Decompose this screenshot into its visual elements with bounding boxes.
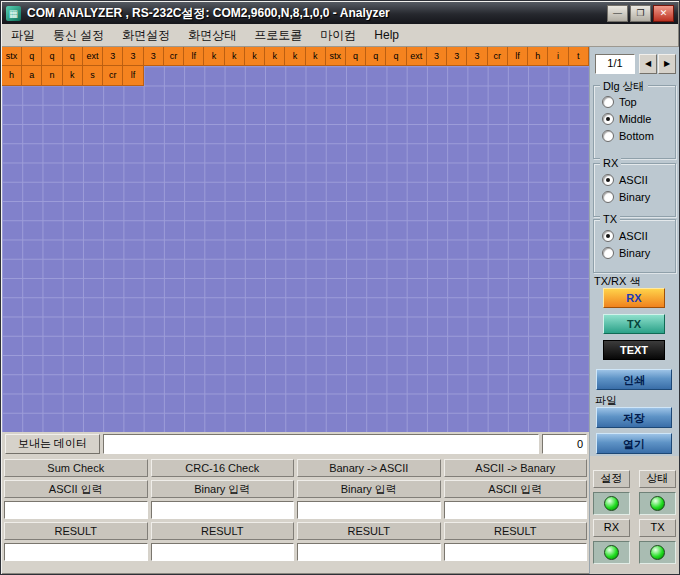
green-led-icon — [650, 545, 665, 560]
data-cell[interactable]: q — [346, 47, 366, 66]
data-cell[interactable]: ext — [407, 47, 427, 66]
grid-area[interactable]: stxqqqext333crlfkkkkkkstxqqqext333crlfhi… — [2, 47, 589, 432]
menu-item[interactable]: 프로토콜 — [245, 24, 311, 47]
rx-color-button[interactable]: RX — [603, 288, 665, 308]
send-data-button[interactable]: 보내는 데이터 — [5, 434, 100, 454]
radio-option-label: ASCII — [619, 174, 648, 186]
check-input-field[interactable] — [4, 501, 148, 519]
data-cell[interactable]: a — [22, 66, 42, 85]
radio-option[interactable]: Binary — [602, 190, 671, 203]
data-cell[interactable]: q — [386, 47, 406, 66]
title-bar[interactable]: ▦ COM ANALYZER , RS-232C설정: COM2,9600,N,… — [2, 2, 678, 24]
menu-item[interactable]: Help — [365, 25, 408, 45]
data-cell[interactable]: k — [204, 47, 224, 66]
maximize-button[interactable]: ❐ — [630, 5, 651, 22]
data-cell[interactable]: k — [245, 47, 265, 66]
menu-item[interactable]: 파일 — [2, 24, 44, 47]
data-cell[interactable]: k — [285, 47, 305, 66]
open-button[interactable]: 열기 — [596, 433, 672, 454]
send-count-box: 0 — [542, 434, 587, 454]
data-cell[interactable]: q — [22, 47, 42, 66]
data-cell[interactable]: q — [63, 47, 83, 66]
page-prev-button[interactable]: ◀ — [639, 54, 657, 74]
data-cell[interactable]: q — [42, 47, 62, 66]
status-header: 상태 — [639, 470, 676, 488]
save-button[interactable]: 저장 — [596, 407, 672, 428]
grid-row: stxqqqext333crlfkkkkkkstxqqqext333crlfhi… — [2, 47, 589, 66]
radio-option[interactable]: Bottom — [602, 129, 671, 142]
tx-group-options: ASCIIBinary — [594, 220, 675, 261]
check-result-field[interactable] — [151, 543, 295, 561]
data-cell[interactable]: k — [63, 66, 83, 85]
data-cell[interactable]: n — [42, 66, 62, 85]
radio-option-label: Binary — [619, 247, 650, 259]
radio-option[interactable]: ASCII — [602, 173, 671, 186]
data-cell[interactable]: ext — [83, 47, 103, 66]
menu-item[interactable]: 통신 설정 — [44, 24, 113, 47]
radio-icon[interactable] — [602, 174, 614, 186]
data-cell[interactable]: s — [83, 66, 103, 85]
radio-icon[interactable] — [602, 191, 614, 203]
radio-icon[interactable] — [602, 130, 614, 142]
check-title: ASCII -> Banary — [444, 459, 588, 477]
check-title: Sum Check — [4, 459, 148, 477]
data-cell[interactable]: lf — [508, 47, 528, 66]
data-cell[interactable]: lf — [184, 47, 204, 66]
rx-group-options: ASCIIBinary — [594, 164, 675, 205]
check-input-field[interactable] — [151, 501, 295, 519]
data-cell[interactable]: i — [548, 47, 568, 66]
menu-item[interactable]: 화면상태 — [179, 24, 245, 47]
text-color-button[interactable]: TEXT — [603, 340, 665, 360]
menu-item[interactable]: 화면설정 — [113, 24, 179, 47]
radio-icon[interactable] — [602, 113, 614, 125]
check-panel: Sum CheckASCII 입력RESULTCRC-16 CheckBinar… — [2, 456, 589, 574]
dlg-group-options: TopMiddleBottom — [594, 86, 675, 144]
menu-bar: 파일통신 설정화면설정화면상태프로토콜마이컴Help — [2, 24, 678, 47]
led-indicator — [593, 541, 630, 564]
data-cell[interactable]: 3 — [467, 47, 487, 66]
data-cell[interactable]: k — [225, 47, 245, 66]
data-cell[interactable]: cr — [488, 47, 508, 66]
data-cell[interactable]: 3 — [427, 47, 447, 66]
send-data-input[interactable] — [103, 434, 539, 454]
check-input-field[interactable] — [444, 501, 588, 519]
status-panel-inner: 설정상태RXTX — [590, 456, 679, 564]
tx-color-button[interactable]: TX — [603, 314, 665, 334]
check-input-field[interactable] — [297, 501, 441, 519]
data-cell[interactable]: q — [366, 47, 386, 66]
data-cell[interactable]: stx — [2, 47, 22, 66]
radio-icon[interactable] — [602, 230, 614, 242]
data-cell[interactable]: 3 — [103, 47, 123, 66]
send-row: 보내는 데이터 0 — [2, 432, 589, 456]
radio-option[interactable]: Middle — [602, 112, 671, 125]
data-cell[interactable]: 3 — [123, 47, 143, 66]
radio-option[interactable]: Top — [602, 95, 671, 108]
data-cell[interactable]: h — [528, 47, 548, 66]
check-result-field[interactable] — [297, 543, 441, 561]
window-controls: — ❐ ✕ — [607, 5, 674, 22]
led-indicator — [639, 492, 676, 515]
menu-item[interactable]: 마이컴 — [311, 24, 365, 47]
data-cell[interactable]: cr — [103, 66, 123, 85]
data-cell[interactable]: k — [306, 47, 326, 66]
radio-option[interactable]: Binary — [602, 246, 671, 259]
radio-icon[interactable] — [602, 247, 614, 259]
data-cell[interactable]: cr — [164, 47, 184, 66]
data-cell[interactable]: 3 — [447, 47, 467, 66]
close-button[interactable]: ✕ — [653, 5, 674, 22]
data-cell[interactable]: lf — [123, 66, 143, 85]
sidebar: 1/1 ◀ ▶ Dlg 상태 TopMiddleBottom RX ASCIIB… — [589, 47, 679, 456]
minimize-button[interactable]: — — [607, 5, 628, 22]
page-next-button[interactable]: ▶ — [658, 54, 676, 74]
data-cell[interactable]: h — [2, 66, 22, 85]
data-cell[interactable]: t — [569, 47, 589, 66]
data-cell[interactable]: 3 — [144, 47, 164, 66]
check-result-field[interactable] — [4, 543, 148, 561]
grid-row: hankscrlf — [2, 66, 144, 85]
radio-option[interactable]: ASCII — [602, 229, 671, 242]
data-cell[interactable]: k — [265, 47, 285, 66]
check-result-field[interactable] — [444, 543, 588, 561]
data-cell[interactable]: stx — [326, 47, 346, 66]
radio-icon[interactable] — [602, 96, 614, 108]
print-button[interactable]: 인쇄 — [596, 369, 672, 390]
